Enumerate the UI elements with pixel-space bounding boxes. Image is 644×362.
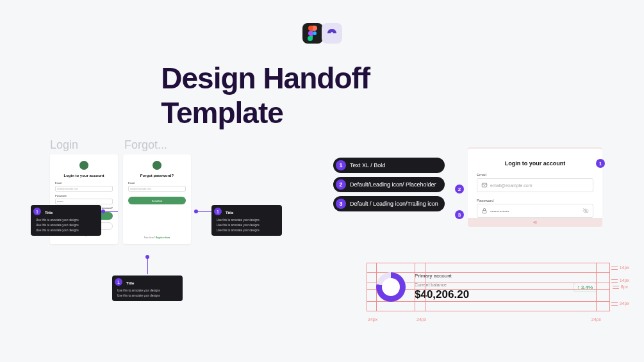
annotation-tooltip: 1 Title Use this to annotate your design… (31, 205, 101, 236)
login-card-title: Login to your account (64, 174, 104, 177)
annotation-title: Title (126, 279, 178, 287)
password-input[interactable]: •••••••••••• (477, 204, 593, 218)
spec-pill: 2 Default/Leading icon/ Placeholder (333, 177, 445, 192)
email-label: Email (55, 181, 62, 185)
header-logos (302, 23, 342, 44)
measurement-label: 14px (611, 278, 629, 283)
password-label: Password (477, 199, 593, 202)
avatar-icon (153, 161, 161, 170)
login-anatomy: 48 Login to your account Email email@exa… (468, 149, 602, 226)
password-label: Password (55, 194, 67, 197)
callout-badge: 3 (455, 210, 464, 219)
pill-number-badge: 2 (336, 179, 346, 190)
send-link-button[interactable]: Send link (128, 197, 186, 204)
screen-label-forgot: Forgot... (124, 138, 167, 152)
annotation-line: Use this to annotate your designs (217, 218, 277, 222)
spec-pills: 1 Text XL / Bold 2 Default/Leading icon/… (333, 158, 445, 211)
register-link[interactable]: Register here (156, 236, 170, 239)
annotation-connector (196, 211, 211, 212)
callout-badge: 1 (596, 159, 605, 168)
forgot-mock: Forgot password? Email email@example.com… (123, 154, 191, 244)
measurement-label: 8px (613, 284, 628, 289)
annotation-line: Use this to annotate your designs (217, 224, 277, 227)
figma-logo-icon (302, 23, 323, 44)
balance-card: Primary account Current balance $40,206.… (376, 272, 597, 302)
pill-text: Default/Leading icon/ Placeholder (350, 181, 436, 188)
spacing-indicator-bottom: 48 (468, 218, 602, 227)
measurement-label: 24px (591, 317, 601, 322)
annotation-line: Use this to annotate your designs (36, 218, 96, 222)
pill-number-badge: 3 (336, 199, 346, 209)
page-title: Design Handoff Template (161, 61, 483, 130)
annotation-connector-dot (194, 210, 198, 213)
annotation-line: Use this to annotate your designs (117, 294, 178, 297)
balance-amount: $40,206.20 (415, 288, 565, 301)
redline (367, 301, 609, 302)
spec-pill: 3 Default / Leading icon/Trailing icon (333, 196, 445, 211)
annotation-line: Use this to annotate your designs (217, 229, 277, 232)
lock-icon (481, 208, 488, 214)
annotation-title: Title (226, 209, 277, 217)
forgot-card-title: Forgot password? (140, 174, 174, 177)
password-input[interactable]: •••••••• (55, 199, 113, 204)
eye-off-icon[interactable] (582, 208, 589, 214)
avatar-icon (79, 161, 88, 170)
email-input[interactable]: email@example.com (477, 178, 593, 192)
svg-rect-2 (483, 211, 486, 213)
annotation-line: Use this to annotate your designs (36, 224, 96, 227)
anatomy-title: Login to your account (477, 160, 593, 167)
measurement-label: 24px (368, 317, 377, 322)
redline (425, 263, 425, 311)
annotation-line: Use this to annotate your designs (117, 289, 178, 292)
email-label: Email (128, 181, 135, 185)
balance-label: Current balance (415, 283, 565, 287)
balance-spec: Primary account Current balance $40,206.… (367, 263, 610, 311)
screen-label-login: Login (50, 138, 78, 152)
annotation-title: Title (45, 209, 96, 217)
annotation-connector-dot (101, 210, 105, 213)
partner-logo-icon (322, 23, 342, 44)
spec-pill: 1 Text XL / Bold (333, 158, 445, 173)
annotation-tooltip: 1 Title Use this to annotate your design… (112, 276, 183, 301)
callout-badge: 2 (455, 185, 464, 193)
email-input[interactable]: email@example.com (128, 186, 186, 192)
redline (415, 263, 415, 311)
annotation-connector-dot (145, 255, 149, 259)
annotation-line: Use this to annotate your designs (36, 229, 96, 232)
measurement-label: 14px (611, 265, 629, 270)
pill-text: Default / Leading icon/Trailing icon (350, 201, 438, 207)
account-name: Primary account (415, 273, 565, 279)
anatomy-card: Login to your account Email email@exampl… (468, 149, 602, 226)
percent-change-badge: ↑ 3.4% (574, 283, 597, 292)
email-label: Email (477, 173, 593, 177)
pill-text: Text XL / Bold (350, 162, 385, 169)
annotation-number-badge: 1 (115, 278, 122, 286)
annotation-number-badge: 1 (33, 208, 41, 215)
pill-number-badge: 1 (336, 160, 346, 170)
svg-point-0 (313, 31, 317, 35)
redline (367, 272, 609, 273)
annotation-tooltip: 1 Title Use this to annotate your design… (211, 205, 282, 236)
measurement-label: 24px (417, 317, 426, 322)
register-text: New here? Register here (144, 236, 170, 239)
donut-chart-icon (376, 272, 406, 302)
mail-icon (481, 182, 488, 188)
measurement-label: 24px (611, 301, 629, 306)
email-input[interactable]: email@example.com (55, 186, 113, 192)
annotation-number-badge: 1 (214, 208, 222, 215)
redline-frame: Primary account Current balance $40,206.… (367, 263, 610, 311)
redline (596, 263, 597, 311)
annotation-connector (147, 256, 148, 274)
